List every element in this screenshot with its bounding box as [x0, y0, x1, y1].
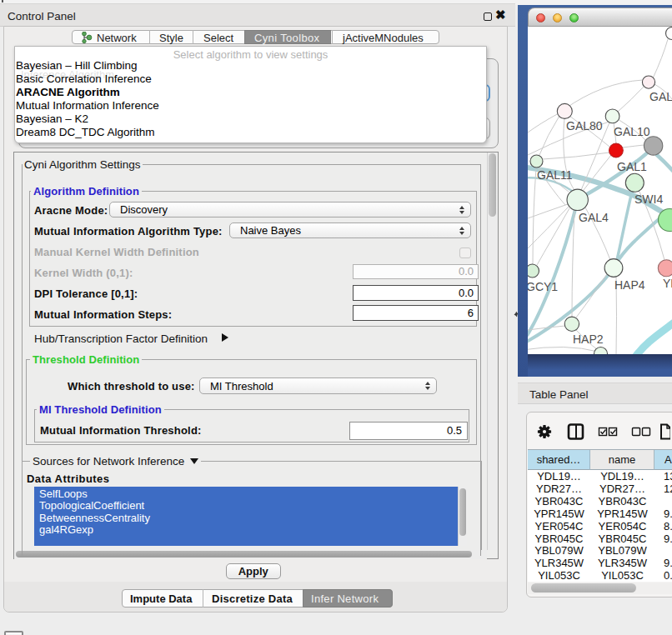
svg-text:GAL1: GAL1: [617, 160, 647, 173]
svg-text:GAL80: GAL80: [566, 119, 603, 132]
svg-text:GAL7: GAL7: [649, 90, 672, 103]
svg-text:GAL11: GAL11: [537, 168, 573, 182]
svg-text:GAL4: GAL4: [579, 211, 609, 224]
svg-text:GCY1: GCY1: [528, 280, 558, 293]
svg-text:GAL10: GAL10: [614, 125, 650, 138]
svg-text:SWI4: SWI4: [634, 192, 663, 206]
svg-text:HAP4: HAP4: [614, 278, 645, 292]
svg-text:HAP2: HAP2: [573, 332, 604, 346]
svg-text:YEL: YEL: [663, 277, 672, 290]
